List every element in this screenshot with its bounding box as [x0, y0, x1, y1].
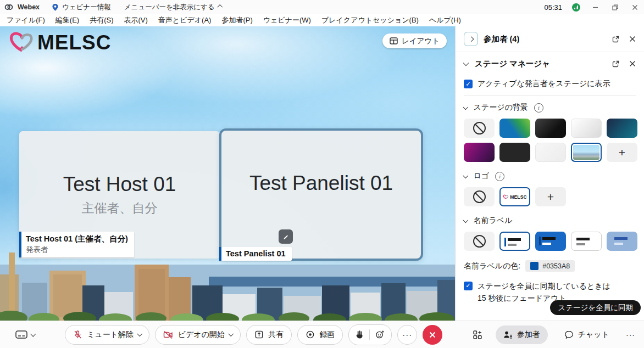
layout-button[interactable]: レイアウト — [382, 33, 447, 48]
name-label: Test Host 01 (主催者、自分) 発表者 — [19, 232, 134, 257]
share-button[interactable]: 共有 — [246, 325, 292, 345]
name-label-thumbnails — [456, 231, 644, 253]
add-logo-button[interactable]: + — [535, 187, 566, 206]
maximize-button[interactable] — [610, 2, 620, 12]
pencil-icon — [282, 233, 290, 240]
hide-menubar-button[interactable]: メニューバーを非表示にする — [124, 3, 221, 12]
melsc-heart-icon — [503, 194, 509, 200]
record-button[interactable]: 録画 — [297, 325, 343, 345]
sync-stage-button[interactable]: ステージを全員に同期 — [550, 300, 641, 315]
background-option-purple[interactable] — [464, 143, 495, 162]
raise-hand-button[interactable] — [356, 330, 364, 339]
active-speaker-checkbox-row: ✓ アクティブな発言者をステージに表示 — [456, 75, 644, 95]
menu-view[interactable]: 表示(V) — [124, 15, 148, 25]
start-video-button[interactable]: ビデオの開始 — [155, 325, 241, 345]
close-icon — [429, 331, 436, 339]
menu-file[interactable]: ファイル(F) — [7, 15, 45, 25]
sync-fadeout-checkbox[interactable]: ✓ — [464, 282, 473, 290]
meeting-timer: 05:31 — [544, 3, 562, 12]
video-tile-panelist[interactable]: Test Panelist 01 Test Panelist 01 — [219, 128, 423, 261]
edit-tile-button[interactable] — [279, 229, 293, 244]
menu-participants[interactable]: 参加者(P) — [221, 15, 252, 25]
name-label-none-option[interactable] — [464, 232, 495, 251]
captions-control[interactable] — [15, 330, 35, 339]
menu-webinar[interactable]: ウェビナー(W) — [263, 15, 311, 25]
name-label-style3[interactable] — [571, 232, 602, 251]
name-label-style4[interactable] — [607, 232, 637, 251]
melsc-heart-icon — [8, 31, 35, 55]
logo-thumbnails: MELSC + — [456, 186, 644, 209]
stage-background-section-header[interactable]: ステージの背景 — [456, 96, 644, 117]
more-options-button[interactable]: ··· — [397, 325, 417, 345]
logo-option-melsc-selected[interactable]: MELSC — [499, 187, 530, 206]
expand-participants-button[interactable] — [464, 32, 478, 46]
background-option-light[interactable] — [535, 143, 566, 162]
background-thumbnails: + — [456, 117, 644, 164]
reactions-button[interactable] — [375, 330, 385, 339]
menu-edit[interactable]: 編集(E) — [55, 15, 79, 25]
participants-panel-button[interactable]: 参加者 — [496, 325, 548, 344]
chevron-down-icon — [137, 331, 142, 336]
close-participants-button[interactable] — [629, 36, 636, 42]
name-label-section-header[interactable]: 名前ラベル — [456, 209, 644, 231]
tile-display-name: Test Panelist 01 — [249, 172, 393, 195]
webinar-info-button[interactable]: ウェビナー情報 — [52, 3, 111, 12]
color-swatch — [530, 262, 538, 270]
popout-participants-button[interactable] — [612, 35, 620, 43]
chevron-down-icon — [463, 104, 468, 109]
add-background-button[interactable]: + — [607, 143, 637, 162]
stage-brand-logo: MELSC — [8, 31, 112, 55]
stage-background-city — [0, 252, 455, 321]
close-stage-manager-button[interactable] — [629, 60, 636, 67]
background-option-teal[interactable] — [607, 119, 637, 138]
participants-title: 参加者 (4) — [484, 34, 612, 44]
record-icon — [306, 330, 315, 339]
unmute-button[interactable]: ミュート解除 — [65, 325, 149, 345]
tile-display-name: Test Host 01 — [63, 173, 176, 197]
chevron-down-icon — [463, 173, 468, 178]
participants-panel-header: 参加者 (4) — [456, 26, 644, 52]
background-option-charcoal[interactable] — [499, 143, 530, 162]
info-icon[interactable] — [534, 103, 543, 113]
menu-breakout[interactable]: ブレイクアウトセッション(B) — [321, 15, 419, 25]
active-speaker-checkbox[interactable]: ✓ — [464, 80, 473, 88]
menu-audio-video[interactable]: 音声とビデオ(A) — [158, 15, 212, 25]
leave-meeting-button[interactable] — [423, 325, 442, 345]
participants-icon — [503, 330, 513, 339]
minimize-button[interactable] — [590, 2, 600, 12]
close-window-button[interactable] — [630, 2, 640, 12]
background-option-silver[interactable] — [571, 119, 602, 138]
reactions-control — [348, 324, 392, 345]
name-label-style2[interactable] — [535, 232, 566, 251]
chevron-right-icon — [468, 36, 473, 41]
menu-help[interactable]: ヘルプ(H) — [429, 15, 461, 25]
apps-button[interactable] — [473, 330, 482, 340]
popout-stage-manager-button[interactable] — [612, 60, 620, 68]
closed-captions-icon — [15, 330, 27, 339]
background-option-black[interactable] — [535, 119, 566, 138]
stage-manager-title: ステージ マネージャ — [475, 59, 612, 69]
logo-section-header[interactable]: ロゴ — [456, 164, 644, 186]
background-option-blue-green[interactable] — [499, 119, 530, 138]
webex-logo-icon — [4, 3, 13, 12]
titlebar: Webex ウェビナー情報 メニューバーを非表示にする 05:31 — [0, 0, 644, 14]
stage-manager-header[interactable]: ステージ マネージャ — [456, 52, 644, 75]
info-icon[interactable] — [495, 172, 504, 181]
background-none-option[interactable] — [464, 119, 495, 138]
divider — [369, 329, 370, 340]
layout-grid-icon — [390, 37, 398, 44]
app-title: Webex — [18, 3, 40, 11]
menu-share[interactable]: 共有(S) — [90, 15, 113, 25]
chat-panel-button[interactable]: チャット — [561, 329, 613, 340]
name-label-color-picker[interactable]: #0353A8 — [525, 260, 575, 272]
connection-quality-icon[interactable] — [572, 3, 580, 12]
prohibition-icon — [473, 190, 486, 203]
name-label-style1-selected[interactable] — [499, 232, 530, 251]
prohibition-icon — [473, 122, 486, 134]
logo-none-option[interactable] — [464, 187, 495, 206]
more-panels-button[interactable]: ··· — [626, 330, 635, 339]
prohibition-icon — [473, 235, 486, 248]
chevron-down-icon — [228, 331, 233, 336]
video-tile-host[interactable]: Test Host 01 主催者、自分 Test Host 01 (主催者、自分… — [19, 131, 220, 259]
background-option-city-selected[interactable] — [571, 143, 602, 162]
